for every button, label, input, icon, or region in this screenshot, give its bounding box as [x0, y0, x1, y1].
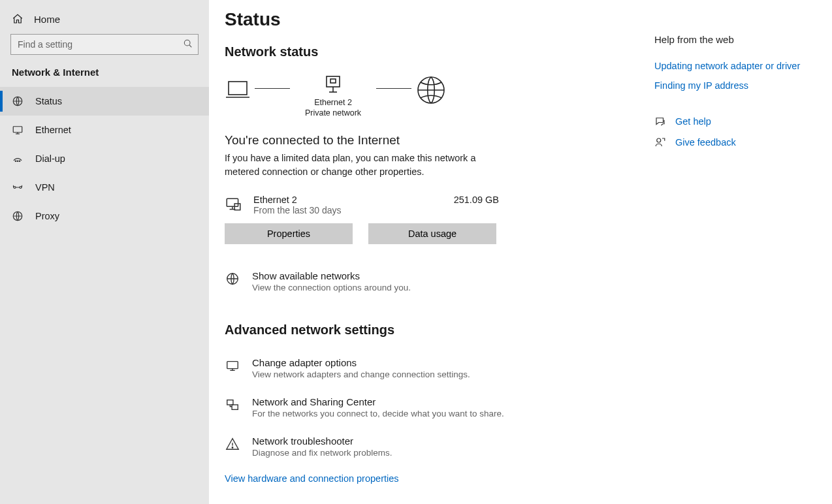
feedback-icon — [654, 136, 666, 148]
give-feedback-row[interactable]: Give feedback — [654, 136, 816, 148]
svg-point-6 — [15, 161, 16, 162]
svg-rect-13 — [327, 76, 340, 87]
svg-rect-23 — [227, 361, 238, 368]
svg-point-29 — [232, 447, 232, 447]
help-link-update-adapter[interactable]: Updating network adapter or driver — [654, 61, 816, 71]
sidebar-item-label: VPN — [35, 182, 55, 193]
svg-point-10 — [20, 187, 22, 189]
search-icon — [183, 39, 193, 49]
svg-line-1 — [189, 45, 191, 47]
status-icon — [12, 95, 24, 107]
sidebar-item-ethernet[interactable]: Ethernet — [0, 116, 209, 144]
network-status-heading: Network status — [225, 44, 633, 59]
svg-point-0 — [184, 40, 190, 46]
option-name: Network and Sharing Center — [252, 396, 504, 407]
help-heading: Help from the web — [654, 34, 816, 45]
main-content: Status Network status Ethernet 2 Private… — [209, 0, 649, 504]
change-adapter-options[interactable]: Change adapter options View network adap… — [225, 357, 633, 379]
svg-point-8 — [19, 161, 20, 162]
diagram-adapter: Ethernet 2 Private network — [294, 72, 372, 119]
laptop-icon — [225, 78, 251, 102]
svg-rect-12 — [229, 82, 247, 95]
svg-rect-3 — [13, 127, 22, 133]
sidebar-item-proxy[interactable]: Proxy — [0, 202, 209, 230]
connection-name: Ethernet 2 — [253, 195, 442, 205]
properties-button[interactable]: Properties — [225, 223, 353, 244]
globe-icon — [415, 74, 447, 106]
get-help-link[interactable]: Get help — [675, 116, 711, 127]
view-hardware-link[interactable]: View hardware and connection properties — [225, 473, 399, 484]
ethernet-port-icon — [324, 72, 342, 97]
search-input[interactable] — [10, 34, 199, 55]
give-feedback-link[interactable]: Give feedback — [675, 137, 736, 148]
sidebar-item-label: Status — [35, 96, 62, 106]
get-help-row[interactable]: Get help — [654, 116, 816, 127]
sidebar: Home Network & Internet Status Ethernet … — [0, 0, 209, 504]
svg-point-7 — [17, 161, 18, 162]
svg-point-9 — [14, 187, 16, 189]
connection-period: From the last 30 days — [253, 205, 442, 215]
option-sub: Diagnose and fix network problems. — [252, 448, 392, 458]
search-field-wrap — [10, 34, 199, 55]
data-usage-button[interactable]: Data usage — [368, 223, 496, 244]
sidebar-item-label: Ethernet — [35, 125, 71, 135]
sidebar-nav: Status Ethernet Dial-up VPN Proxy — [0, 87, 209, 230]
sidebar-item-dialup[interactable]: Dial-up — [0, 144, 209, 173]
option-name: Show available networks — [252, 270, 411, 281]
svg-point-30 — [657, 138, 661, 142]
sharing-icon — [225, 397, 240, 413]
adapter-icon — [225, 358, 240, 373]
connected-description: If you have a limited data plan, you can… — [225, 151, 499, 179]
diagram-internet — [415, 74, 447, 116]
dialup-icon — [12, 153, 24, 165]
connected-heading: You're connected to the Internet — [225, 133, 633, 148]
svg-rect-14 — [330, 79, 336, 83]
help-panel: Help from the web Updating network adapt… — [649, 0, 832, 504]
page-title: Status — [225, 9, 633, 30]
globe-icon — [225, 271, 240, 287]
sidebar-home[interactable]: Home — [0, 9, 209, 34]
show-available-networks[interactable]: Show available networks View the connect… — [225, 270, 633, 292]
home-icon — [12, 13, 24, 25]
warning-icon — [225, 436, 240, 452]
network-diagram: Ethernet 2 Private network — [225, 72, 633, 119]
svg-rect-27 — [232, 405, 238, 409]
sidebar-section-title: Network & Internet — [0, 67, 209, 87]
advanced-settings-heading: Advanced network settings — [225, 323, 633, 338]
proxy-icon — [12, 210, 24, 222]
option-name: Network troubleshooter — [252, 435, 392, 447]
option-sub: For the networks you connect to, decide … — [252, 409, 504, 418]
diagram-network-type: Private network — [294, 108, 372, 118]
network-sharing-center[interactable]: Network and Sharing Center For the netwo… — [225, 396, 633, 418]
sidebar-home-label: Home — [34, 14, 60, 25]
option-sub: View network adapters and change connect… — [252, 370, 470, 379]
chat-icon — [654, 116, 666, 127]
vpn-icon — [12, 181, 24, 193]
network-troubleshooter[interactable]: Network troubleshooter Diagnose and fix … — [225, 435, 633, 458]
ethernet-icon — [12, 124, 24, 136]
help-link-find-ip[interactable]: Finding my IP address — [654, 80, 816, 91]
diagram-device — [225, 78, 251, 113]
sidebar-item-label: Proxy — [35, 211, 59, 221]
option-name: Change adapter options — [252, 357, 470, 368]
connection-data-used: 251.09 GB — [454, 195, 499, 205]
option-sub: View the connection options around you. — [252, 283, 411, 292]
sidebar-item-label: Dial-up — [35, 153, 65, 164]
sidebar-item-status[interactable]: Status — [0, 87, 209, 116]
svg-rect-26 — [227, 400, 233, 404]
sidebar-item-vpn[interactable]: VPN — [0, 173, 209, 202]
svg-rect-18 — [227, 198, 238, 206]
connection-summary: Ethernet 2 From the last 30 days 251.09 … — [225, 195, 499, 215]
diagram-adapter-name: Ethernet 2 — [294, 97, 372, 108]
monitor-icon — [225, 196, 242, 213]
